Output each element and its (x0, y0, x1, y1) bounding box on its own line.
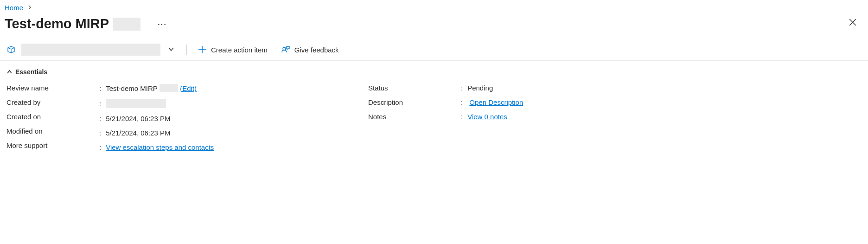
breadcrumb: Home (0, 0, 868, 13)
review-name-text: Test-demo MIRP (106, 84, 158, 92)
description-label: Description (368, 98, 461, 106)
modified-on-label: Modified on (6, 127, 99, 135)
more-support-value: View escalation steps and contacts (99, 143, 368, 151)
created-on-value: 5/21/2024, 06:23 PM (99, 115, 368, 122)
modified-on-value: 5/21/2024, 06:23 PM (99, 129, 368, 137)
more-support-label: More support (6, 141, 99, 149)
notes-label: Notes (368, 113, 461, 121)
review-name-value: Test-demo MIRP (Edit) (99, 84, 368, 92)
review-name-redacted (160, 84, 178, 92)
give-feedback-button[interactable]: Give feedback (276, 44, 345, 56)
view-notes-link[interactable]: View 0 notes (467, 113, 507, 121)
created-by-redacted (106, 99, 166, 108)
create-action-item-button[interactable]: Create action item (192, 44, 273, 56)
edit-link[interactable]: (Edit) (180, 84, 197, 92)
created-by-label: Created by (6, 98, 99, 106)
toolbar: Create action item Give feedback (0, 32, 868, 61)
review-name-label: Review name (6, 84, 99, 92)
title-row: Test-demo MIRP ⋯ (0, 13, 868, 32)
toolbar-divider (186, 45, 187, 55)
plus-icon (198, 45, 206, 54)
essentials-panel: Review name Created by Created on Modifi… (0, 79, 868, 151)
svg-point-0 (283, 47, 286, 50)
essentials-label: Essentials (15, 68, 47, 76)
close-button[interactable] (846, 15, 860, 32)
resource-icon (6, 45, 16, 54)
create-action-item-label: Create action item (211, 46, 268, 54)
give-feedback-label: Give feedback (294, 46, 339, 54)
created-by-value (99, 99, 368, 108)
chevron-up-icon (6, 69, 13, 75)
page-title-redacted (113, 18, 140, 31)
feedback-icon (281, 45, 290, 54)
essentials-toggle[interactable]: Essentials (0, 61, 868, 79)
open-description-link[interactable]: Open Description (469, 98, 523, 106)
page-title-text: Test-demo MIRP (5, 16, 109, 32)
notes-value: View 0 notes (461, 113, 862, 121)
page-title: Test-demo MIRP (5, 16, 140, 32)
status-value: Pending (461, 84, 862, 92)
escalation-link[interactable]: View escalation steps and contacts (106, 143, 214, 151)
breadcrumb-home[interactable]: Home (5, 4, 23, 12)
resource-dropdown[interactable] (21, 44, 160, 56)
description-value: Open Description (461, 98, 862, 106)
chevron-right-icon (27, 4, 32, 12)
status-label: Status (368, 84, 461, 92)
chevron-down-icon[interactable] (163, 46, 181, 54)
more-menu-icon[interactable]: ⋯ (153, 17, 171, 32)
created-on-label: Created on (6, 113, 99, 121)
